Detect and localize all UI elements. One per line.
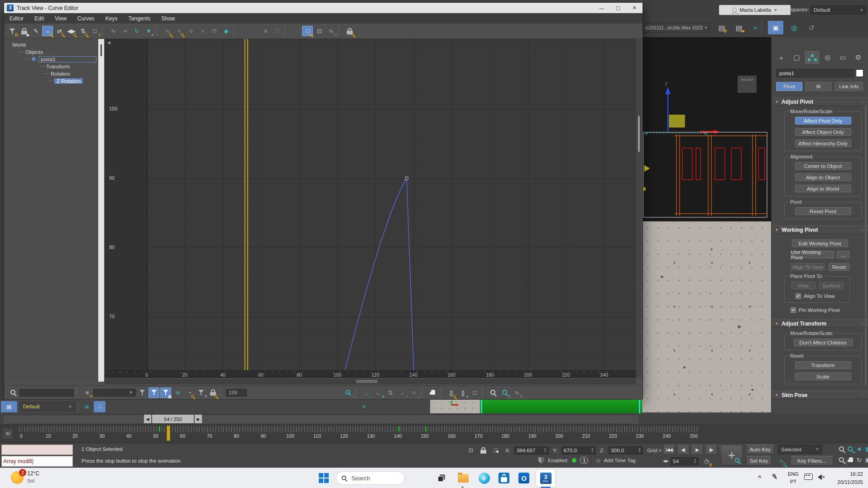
align-to-object-button[interactable]: Align to Object [795,173,851,181]
timeline-keyframe-tick[interactable] [425,426,427,432]
language-indicator[interactable]: ENGPT [788,470,799,485]
pin-working-pivot-checkbox[interactable]: ✔ [791,307,796,313]
track-bar-current-frame[interactable] [167,426,170,441]
tree-item-world[interactable]: World [12,41,96,48]
manage-layers-icon[interactable]: ≋ [82,402,92,412]
previous-frame-slider-button[interactable]: ◀ [144,415,151,423]
panel-scrollbar[interactable] [865,105,867,386]
frame-number-field[interactable]: 139 [226,389,247,397]
reset-transform-button[interactable]: Transform [795,361,851,369]
track-name-field[interactable] [19,389,74,397]
key-filters-button[interactable]: Key Filters... [791,456,833,465]
tab-utilities-icon[interactable]: ⚙ [851,51,865,64]
project-settings-icon[interactable]: ▤⚙ [715,21,729,34]
snap-keys-icon[interactable]: ∟● [373,388,384,398]
outlook-icon[interactable]: O [517,471,531,485]
start-button[interactable] [317,471,331,485]
tree-scrollbar[interactable] [98,39,104,382]
tree-item-objects[interactable]: Objects [19,48,96,55]
maximize-button[interactable]: ▢ [610,3,626,13]
project-path-dropdown[interactable]: s\201111...ts\3ds Max 2023 ▼ [643,23,710,33]
reduce-keys-icon[interactable]: ∷ [272,26,283,36]
3dsmax-taskbar-icon[interactable]: 3MAX [539,471,552,485]
previous-frame-button[interactable]: ◀| [677,445,689,455]
tab-hierarchy-icon[interactable] [805,51,819,64]
close-button[interactable]: ✕ [626,3,643,13]
align-to-view-checkbox[interactable]: ✔ [796,293,801,299]
curve-graph-area[interactable]: ◀ 100908070 [105,39,636,370]
next-frame-slider-button[interactable]: ▶ [195,415,202,423]
center-to-object-button[interactable]: Center to Object [795,162,851,170]
zoom-region-icon[interactable]: □ [838,455,846,464]
key-info-icon[interactable]: i [343,388,354,398]
save-file-icon[interactable]: ▣◔ [768,21,783,34]
timeline-keyframe-tick[interactable] [398,426,400,432]
object-name-field[interactable]: porta1 [776,69,854,77]
rollout-working-pivot[interactable]: ▼ Working Pivot ∷ [772,225,868,234]
tab-create-icon[interactable]: + [774,51,788,64]
layer-filter-icon[interactable]: ≋ [172,388,183,398]
smooth-keys-icon[interactable]: ≈↓ [408,388,419,398]
file-explorer-icon[interactable] [456,471,470,485]
microsoft-store-icon[interactable] [497,471,511,485]
offset-keys-icon[interactable]: ⇅ [385,388,396,398]
play-button[interactable]: ▶ [691,445,703,455]
next-frame-button[interactable]: |▶ [705,445,717,455]
scale-keys-icon[interactable]: ◀▶ [66,26,77,36]
layer-preset-dropdown[interactable]: Default ▼ [20,402,75,411]
orbit-icon[interactable]: ↻ [855,455,863,464]
open-project-folder-icon[interactable]: ▤▰ [732,21,746,34]
maxscript-mini-listener[interactable]: Array modifi| [1,456,73,467]
tree-item-porta1[interactable]: porta1 [25,56,96,62]
tab-motion-icon[interactable]: ◎ [820,51,834,64]
maximize-viewport-icon[interactable]: ▣ [863,455,868,464]
scene-explorer-icon[interactable]: ⊞ [1,401,17,412]
pan-view-icon[interactable] [846,455,855,464]
time-slider-handle[interactable]: 54 / 250 [152,415,194,423]
toolbar-overflow-chevron[interactable]: » [362,402,366,410]
undo-history-icon[interactable]: ↺ [804,21,819,34]
weather-condition[interactable]: Sol [27,478,34,483]
link-info-mode-button[interactable]: Link Info [835,82,863,91]
viewport-front-wireframe[interactable]: FRONT z [642,37,771,221]
zoom-horizontal-extents-icon[interactable]: [] [446,388,456,398]
timeline-keyframe-tick[interactable] [158,426,160,432]
show-frozen-curves-icon[interactable]: ▦ [160,388,171,398]
filter-icon[interactable]: ⚙ [7,26,18,36]
edit-track-set-icon[interactable]: ≡✎ [82,388,92,398]
viewport-concrete-texture[interactable] [642,221,771,412]
relax-curve-icon[interactable]: ≈ [120,26,130,36]
tree-item-transform[interactable]: Transform [39,63,96,70]
reset-scale-button[interactable]: Scale [795,373,851,380]
new-key-default-tangent-icon[interactable]: ∿ [776,456,787,466]
reset-working-pivot-button[interactable]: Reset [829,263,849,271]
window-titlebar[interactable]: 3 Track View - Curve Editor — ▢ ✕ [4,3,643,13]
keyframe-marker[interactable] [405,177,408,180]
menu-view[interactable]: View [49,15,72,22]
create-key-button[interactable]: + [721,445,743,466]
frame-step-icon[interactable]: ◀▶ [663,459,668,463]
rollout-adjust-transform[interactable]: ▼ Adjust Transform ∷ [772,319,868,328]
notification-badge[interactable]: 1 [580,457,588,464]
tangent-spline-icon[interactable]: ≈ [173,26,184,36]
track-hierarchy-tree[interactable]: WorldObjectsporta1TransformRotationZ Rot… [5,39,98,382]
tree-item-rotation[interactable]: Rotation [44,70,96,77]
menu-curves[interactable]: Curves [72,15,100,22]
isolate-curve-icon[interactable]: ∿□ [326,26,336,36]
track-set-dropdown[interactable]: ▼ [93,389,136,397]
place-pivot-view-button[interactable]: View [791,282,815,289]
affect-pivot-only-button[interactable]: Affect Pivot Only [795,117,851,124]
affect-hierarchy-only-button[interactable]: Affect Hierarchy Only [795,139,851,147]
place-pivot-surface-button[interactable]: Surface [819,282,844,289]
isolate-selection-icon[interactable]: ⊡ [465,445,476,455]
menu-keys[interactable]: Keys [100,15,123,22]
task-view-icon[interactable] [435,471,448,485]
isolate-curve-icon-2[interactable]: ∿□ [511,388,522,398]
tangent-step-icon[interactable]: ⊓ [209,26,220,36]
graph-time-ruler[interactable]: 020406080100120140160180200220240 [105,370,636,378]
adaptive-degradation-icon[interactable] [538,457,544,464]
tangent-fast-icon[interactable]: ∿ [185,26,196,36]
pen-icon[interactable]: ✎∖ [772,473,777,481]
menu-show[interactable]: Show [156,15,180,22]
health-check-icon[interactable]: ◎✓ [787,21,801,34]
